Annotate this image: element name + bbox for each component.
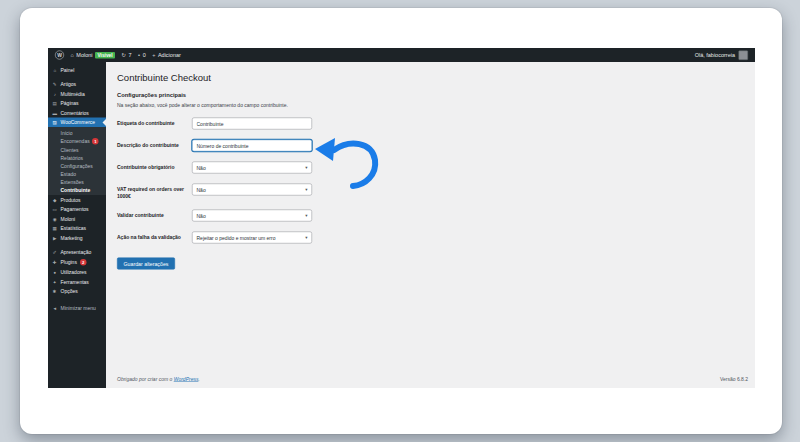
users-icon: ● [52,270,58,275]
plus-icon: + [152,52,155,58]
select-value: Não [197,213,206,219]
admin-toolbar: W ⌂ Moloni Visível ↻ 7 ▪ 0 + Adicionar [48,48,755,62]
collapse-menu-button[interactable]: ◄ Minimizar menu [48,303,106,313]
field-label: Etiqueta do contribuinte [117,118,192,127]
sidebar-item-apresentacao[interactable]: ✐ Apresentação [48,248,106,258]
plugins-count-badge: 2 [80,259,87,266]
media-icon: ♪ [52,91,58,96]
pages-icon: ▤ [52,101,58,106]
submenu-item-estado[interactable]: Estado [48,170,106,178]
sidebar-item-pagamentos[interactable]: ▭ Pagamentos [48,205,106,215]
sidebar-item-opcoes[interactable]: ✱ Opções [48,287,106,297]
plugins-icon: ✚ [52,260,58,265]
submenu-item-extensoes[interactable]: Extensões [48,178,106,186]
etiqueta-contribuinte-input[interactable] [192,118,312,130]
sidebar-item-label: Estatísticas [61,226,87,232]
new-item-button[interactable]: + Adicionar [152,52,181,58]
sidebar-item-estatisticas[interactable]: ▦ Estatísticas [48,224,106,234]
sidebar-item-label: Artigos [61,82,77,88]
save-changes-button[interactable]: Guardar alterações [117,258,175,270]
select-value: Não [197,187,206,193]
chevron-down-icon: ▾ [305,235,307,240]
sidebar-item-label: Apresentação [61,250,92,256]
sidebar-item-label: Pagamentos [61,207,89,213]
sidebar-item-plugins[interactable]: ✚ Plugins 2 [48,257,106,268]
marketing-icon: ▶ [52,235,58,240]
footer-thankyou: Obrigado por criar com o WordPress. [117,376,200,382]
site-name-link[interactable]: ⌂ Moloni Visível [71,52,116,59]
wordpress-admin-screenshot: W ⌂ Moloni Visível ↻ 7 ▪ 0 + Adicionar [48,48,755,388]
form-row-descricao: Descrição do contribuinte [117,140,735,152]
sidebar-item-utilizadores[interactable]: ● Utilizadores [48,268,106,278]
sidebar-item-marketing[interactable]: ▶ Marketing [48,233,106,243]
stats-icon: ▦ [52,226,58,231]
settings-icon: ✱ [52,289,58,294]
submenu-item-contribuinte[interactable]: Contribuinte [48,186,106,194]
submenu-item-encomendas[interactable]: Encomendas 1 [48,137,106,146]
sidebar-item-painel[interactable]: ⌂ Painel [48,65,106,75]
sidebar-item-paginas[interactable]: ▤ Páginas [48,99,106,109]
vat-required-select[interactable]: Não ▾ [192,184,312,196]
comments-indicator[interactable]: ▪ 0 [138,52,146,58]
new-item-label: Adicionar [158,52,181,58]
section-title: Configurações principais [117,92,735,98]
products-icon: ◆ [52,197,58,202]
field-label: Ação na falha da validação [117,232,192,241]
select-value: Rejeitar o pedido e mostrar um erro [197,235,276,241]
sidebar-item-label: Painel [61,67,75,73]
sidebar-item-ferramentas[interactable]: ✦ Ferramentas [48,277,106,287]
descricao-contribuinte-input[interactable] [192,140,312,152]
sidebar-item-label: Plugins [61,260,77,266]
submenu-item-inicio[interactable]: Início [48,129,106,137]
form-row-acao-falha: Ação na falha da validação Rejeitar o pe… [117,232,735,244]
user-greeting[interactable]: Olá, fabiocorreia [695,52,735,58]
validar-contribuinte-select[interactable]: Não ▾ [192,210,312,222]
page-title: Contribuinte Checkout [117,72,735,83]
main-content: Contribuinte Checkout Configurações prin… [106,62,755,388]
comment-count: 0 [143,52,146,58]
sidebar-item-multimedia[interactable]: ♪ Multimédia [48,89,106,99]
avatar[interactable] [739,50,749,60]
sidebar-item-label: Utilizadores [61,270,87,276]
orders-count-badge: 1 [92,138,99,145]
sidebar-item-label: Ferramentas [61,279,89,285]
sidebar-item-label: Opções [61,289,78,295]
field-label: Descrição do contribuinte [117,140,192,149]
wordpress-logo-icon[interactable]: W [55,51,64,60]
acao-falha-validacao-select[interactable]: Rejeitar o pedido e mostrar um erro ▾ [192,232,312,244]
submenu-item-relatorios[interactable]: Relatórios [48,154,106,162]
appearance-icon: ✐ [52,250,58,255]
field-label: VAT required on orders over 1000€ [117,184,192,200]
section-description: Na seção abaixo, você pode alterar o com… [117,102,735,108]
sidebar-item-woocommerce[interactable]: ▨ WooCommerce [48,118,106,128]
woocommerce-icon: ▨ [52,120,58,125]
contribuinte-obrigatorio-select[interactable]: Não ▾ [192,162,312,174]
sidebar-item-moloni[interactable]: ◉ Moloni [48,214,106,224]
sidebar-item-comentarios[interactable]: ▬ Comentários [48,108,106,118]
sidebar-item-artigos[interactable]: ✎ Artigos [48,80,106,90]
sidebar-item-label: Comentários [61,110,89,116]
form-row-obrigatorio: Contribuinte obrigatório Não ▾ [117,162,735,174]
wordpress-link[interactable]: WordPress [174,376,199,382]
updates-icon: ↻ [122,52,127,59]
form-row-etiqueta: Etiqueta do contribuinte [117,118,735,130]
dashboard-icon: ⌂ [52,67,58,72]
submenu-item-configuracoes[interactable]: Configurações [48,162,106,170]
moloni-icon: ◉ [52,216,58,221]
comments-icon: ▬ [52,110,58,115]
environment-badge: Visível [95,52,115,59]
update-count: 7 [129,52,132,58]
field-label: Validar contribuinte [117,210,192,219]
chevron-down-icon: ▾ [305,187,307,192]
submenu-item-clientes[interactable]: Clientes [48,146,106,154]
select-value: Não [197,165,206,171]
updates-indicator[interactable]: ↻ 7 [122,52,132,59]
sidebar-item-produtos[interactable]: ◆ Produtos [48,195,106,205]
sidebar-item-label: Marketing [61,235,83,241]
form-row-vat: VAT required on orders over 1000€ Não ▾ [117,184,735,200]
comment-bubble-icon: ▪ [138,52,140,58]
posts-icon: ✎ [52,82,58,87]
chevron-down-icon: ▾ [305,213,307,218]
sidebar-item-label: Páginas [61,101,79,107]
sidebar-item-label: Produtos [61,197,81,203]
